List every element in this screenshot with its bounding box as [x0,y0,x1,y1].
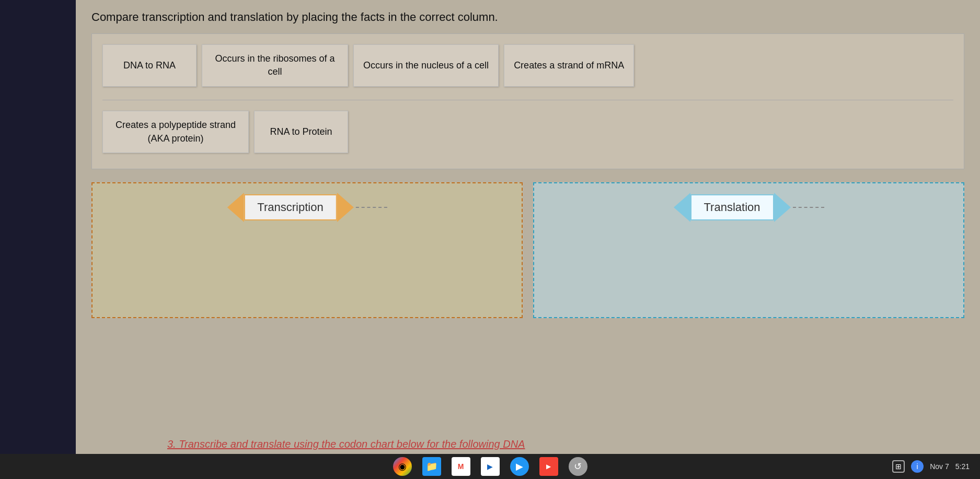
taskbar-sync-icon[interactable]: ↺ [569,457,587,476]
cards-container: DNA to RNA Occurs in the ribosomes of a … [91,33,964,169]
taskbar-files-icon[interactable]: 📁 [422,457,441,476]
drop-zones-row: Transcription Translation [91,182,964,318]
cards-bottom-row: Creates a polypeptide strand (AKA protei… [102,111,348,153]
left-sidebar [0,0,76,479]
taskbar-right: ⊞ i Nov 7 5:21 [892,460,970,473]
card-dna-to-rna[interactable]: DNA to RNA [102,44,197,87]
taskbar-time: 5:21 [955,462,970,471]
instruction-text: Compare transcription and translation by… [91,10,964,24]
translation-drop-zone[interactable]: Translation [533,182,964,318]
taskbar-screen-icon[interactable]: ⊞ [892,460,905,473]
taskbar-youtube-icon[interactable]: ▶ [539,457,558,476]
taskbar-date: Nov 7 [930,462,949,471]
transcription-arrow-right [337,193,354,222]
taskbar-play-icon[interactable]: ▶ [510,457,529,476]
transcription-dashed-right [356,207,387,208]
translation-label: Translation [690,194,774,220]
card-polypeptide[interactable]: Creates a polypeptide strand (AKA protei… [102,111,249,153]
card-mrna[interactable]: Creates a strand of mRNA [504,44,634,87]
cards-top-row: DNA to RNA Occurs in the ribosomes of a … [102,44,634,87]
taskbar: ◉ 📁 M ▶ ▶ ▶ ↺ ⊞ i Nov 7 5:21 [0,454,980,479]
taskbar-meet-icon[interactable]: ▶ [481,457,500,476]
transcription-arrow-left [227,193,244,222]
card-nucleus[interactable]: Occurs in the nucleus of a cell [353,44,499,87]
card-rna-protein[interactable]: RNA to Protein [254,111,348,153]
transcription-label: Transcription [244,194,337,220]
translation-arrow-right [774,193,791,222]
divider [102,100,953,100]
card-ribosomes[interactable]: Occurs in the ribosomes of a cell [202,44,348,87]
content-area: Compare transcription and translation by… [76,0,980,479]
translation-arrow-left [673,193,690,222]
translation-banner: Translation [673,193,824,222]
transcription-banner: Transcription [227,193,387,222]
taskbar-gmail-icon[interactable]: M [452,457,470,476]
bottom-instruction: 3. Transcribe and translate using the co… [152,438,980,450]
taskbar-chrome-icon[interactable]: ◉ [393,457,412,476]
translation-dashed-right [793,207,824,208]
taskbar-info-icon[interactable]: i [911,460,924,473]
transcription-drop-zone[interactable]: Transcription [91,182,523,318]
